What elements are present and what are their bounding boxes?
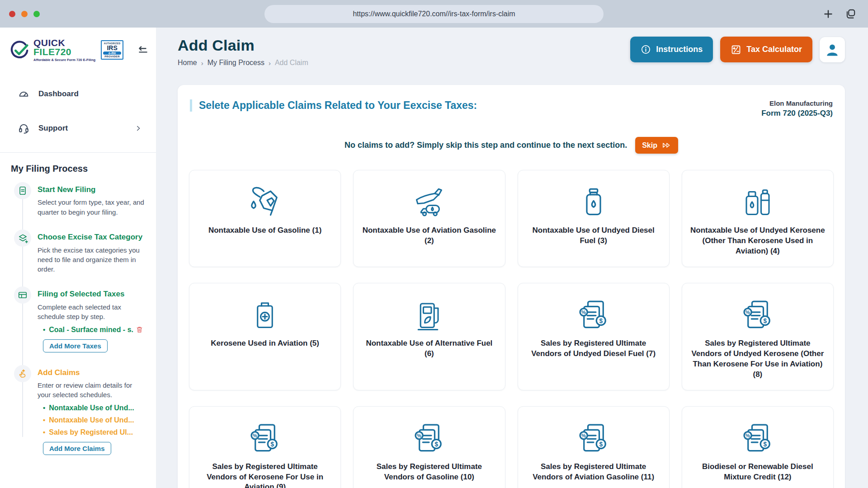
- breadcrumb-home[interactable]: Home: [178, 59, 197, 67]
- irs-badge-irs: IRS: [102, 45, 122, 51]
- step-title[interactable]: Add Claims: [38, 368, 146, 377]
- logo-word-file720: FILE720: [33, 47, 95, 56]
- claim-item[interactable]: Sales by Registered Ul...: [43, 428, 146, 436]
- sidebar-item-label: Dashboard: [38, 89, 79, 99]
- claim-card-title: Sales by Registered Ultimate Vendors of …: [526, 462, 661, 483]
- step-title[interactable]: Filing of Selected Taxes: [38, 290, 146, 299]
- window-controls: [9, 11, 40, 17]
- skip-text: No claims to add? Simply skip this step …: [344, 141, 627, 150]
- minimize-window-button[interactable]: [21, 11, 28, 17]
- table-icon: [14, 286, 31, 304]
- claim-card-title: Nontaxable Use of Aviation Gasoline (2): [361, 225, 497, 246]
- breadcrumb-separator: ›: [201, 59, 203, 67]
- claim-card-title: Kerosene Used in Aviation (5): [211, 338, 319, 349]
- new-tab-button[interactable]: [823, 9, 834, 19]
- claim-card-vendors-kerosene-aviation[interactable]: Sales by Registered Ultimate Vendors of …: [189, 406, 341, 488]
- claim-item[interactable]: Nontaxable Use of Und...: [43, 416, 146, 424]
- logo-tagline: Affordable & Secure Form 720 E-Filing: [33, 58, 95, 62]
- tax-calculator-label: Tax Calculator: [746, 45, 802, 54]
- plus-icon: [823, 9, 834, 19]
- panel-title: Selete Applicable Claims Related to Your…: [190, 99, 477, 112]
- maximize-window-button[interactable]: [33, 11, 40, 17]
- breadcrumb-my-filing-process[interactable]: My Filing Process: [208, 59, 264, 67]
- sales-documents-icon: [576, 295, 612, 335]
- irs-badge-efile: e-file: [103, 52, 121, 55]
- sales-documents-icon: [247, 418, 283, 458]
- form-name: Form 720 (2025-Q3): [761, 109, 833, 118]
- step-description: Select your form type, tax year, and qua…: [38, 197, 146, 217]
- step-description: Pick the excise tax categories you need …: [38, 245, 146, 274]
- step-choose-excise-tax-category: Choose Excise Tax Category Pick the exci…: [14, 230, 156, 274]
- step-title[interactable]: Start New Filing: [38, 185, 146, 194]
- sidebar-item-label: Support: [38, 124, 68, 133]
- sidebar: QUICK FILE720 Affordable & Secure Form 7…: [0, 28, 156, 488]
- claim-card-title: Nontaxable Use of Gasoline (1): [208, 225, 321, 236]
- step-filing-of-selected-taxes: Filing of Selected Taxes Complete each s…: [14, 286, 156, 352]
- close-window-button[interactable]: [9, 11, 15, 17]
- breadcrumb-separator: ›: [269, 59, 271, 67]
- skip-label: Skip: [642, 141, 657, 150]
- claim-card-title: Nontaxable Use of Undyed Diesel Fuel (3): [526, 225, 661, 246]
- collapse-sidebar-button[interactable]: [137, 45, 149, 56]
- claim-card-title: Sales by Registered Ultimate Vendors of …: [361, 462, 497, 483]
- headset-icon: [18, 122, 29, 134]
- filing-process-steps: Start New Filing Select your form type, …: [0, 182, 156, 455]
- claim-card-aviation-gasoline[interactable]: Nontaxable Use of Aviation Gasoline (2): [353, 170, 505, 267]
- instructions-button[interactable]: Instructions: [630, 37, 713, 62]
- breadcrumb: Home › My Filing Process › Add Claim: [178, 59, 308, 67]
- add-more-taxes-button[interactable]: Add More Taxes: [43, 339, 108, 352]
- claim-card-alternative-fuel[interactable]: Nontaxable Use of Alternative Fuel (6): [353, 283, 505, 390]
- trash-icon[interactable]: [136, 326, 143, 333]
- claim-item-label: Nontaxable Use of Und...: [49, 416, 134, 424]
- logo-checkmark-icon: [9, 40, 30, 61]
- step-title[interactable]: Choose Excise Tax Category: [38, 233, 146, 242]
- fuel-nozzle-icon: [247, 182, 283, 222]
- irs-badge-provider: PROVIDER: [102, 55, 122, 58]
- claim-item-label: Nontaxable Use of Und...: [49, 404, 134, 412]
- claim-item-label: Sales by Registered Ul...: [49, 428, 133, 436]
- claim-item[interactable]: Nontaxable Use of Und...: [43, 404, 146, 412]
- sales-documents-icon: [740, 418, 776, 458]
- main-content: Add Claim Home › My Filing Process › Add…: [156, 28, 868, 488]
- browser-chrome: https://www.quickfile720.com//irs-tax-fo…: [0, 0, 868, 28]
- skip-button[interactable]: Skip: [635, 137, 678, 154]
- airplane-fuel-truck-icon: [411, 182, 447, 222]
- collapse-sidebar-icon: [137, 45, 149, 56]
- claim-card-vendors-undyed-diesel[interactable]: Sales by Registered Ultimate Vendors of …: [518, 283, 670, 390]
- irs-efile-provider-badge: AUTHORIZED IRS e-file PROVIDER: [101, 40, 123, 60]
- claim-card-title: Nontaxable Use of Undyed Kerosene (Other…: [690, 225, 826, 257]
- claim-card-kerosene-aviation[interactable]: Kerosene Used in Aviation (5): [189, 283, 341, 390]
- fuel-can-icon: [576, 182, 612, 222]
- sales-documents-icon: [411, 418, 447, 458]
- sidebar-item-support[interactable]: Support: [0, 121, 156, 136]
- claim-card-title: Nontaxable Use of Alternative Fuel (6): [361, 338, 497, 359]
- claim-card-biodiesel-mixture-credit[interactable]: Biodiesel or Renewable Diesel Mixture Cr…: [682, 406, 834, 488]
- calculator-icon: [731, 44, 741, 55]
- claim-card-undyed-kerosene[interactable]: Nontaxable Use of Undyed Kerosene (Other…: [682, 170, 834, 267]
- selected-tax-item[interactable]: Coal - Surface mined - s.: [43, 326, 146, 334]
- url-text: https://www.quickfile720.com//irs-tax-fo…: [353, 10, 515, 18]
- tabs-icon: [844, 8, 856, 20]
- sidebar-item-dashboard[interactable]: Dashboard: [0, 86, 156, 102]
- tab-overview-button[interactable]: [844, 8, 856, 20]
- address-bar[interactable]: https://www.quickfile720.com//irs-tax-fo…: [264, 5, 604, 23]
- claim-card-vendors-gasoline[interactable]: Sales by Registered Ultimate Vendors of …: [353, 406, 505, 488]
- claim-card-undyed-diesel[interactable]: Nontaxable Use of Undyed Diesel Fuel (3): [518, 170, 670, 267]
- claim-card-title: Sales by Registered Ultimate Vendors of …: [526, 338, 661, 359]
- claim-card-title: Sales by Registered Ultimate Vendors of …: [690, 338, 826, 380]
- tax-calculator-button[interactable]: Tax Calculator: [720, 37, 812, 62]
- claim-card-vendors-aviation-gasoline[interactable]: Sales by Registered Ultimate Vendors of …: [518, 406, 670, 488]
- claim-card-nontaxable-gasoline[interactable]: Nontaxable Use of Gasoline (1): [189, 170, 341, 267]
- claim-card-title: Sales by Registered Ultimate Vendors of …: [197, 462, 333, 488]
- logo-text: QUICK FILE720 Affordable & Secure Form 7…: [33, 38, 95, 62]
- claim-card-vendors-undyed-kerosene[interactable]: Sales by Registered Ultimate Vendors of …: [682, 283, 834, 390]
- breadcrumb-current: Add Claim: [275, 59, 308, 67]
- user-avatar-button[interactable]: [820, 37, 845, 62]
- claims-grid: Nontaxable Use of Gasoline (1) No: [189, 170, 834, 488]
- info-icon: [641, 44, 651, 55]
- sales-documents-icon: [576, 418, 612, 458]
- claim-card-title: Biodiesel or Renewable Diesel Mixture Cr…: [690, 462, 826, 483]
- step-description: Enter or review claim details for your s…: [38, 380, 146, 400]
- filing-process-heading: My Filing Process: [11, 164, 156, 174]
- add-more-claims-button[interactable]: Add More Claims: [43, 442, 111, 455]
